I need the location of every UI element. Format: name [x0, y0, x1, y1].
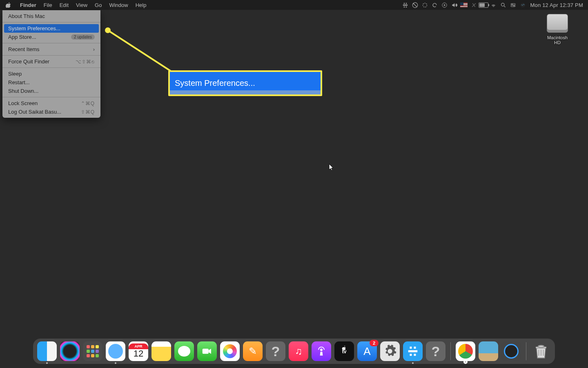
input-source-icon[interactable] — [459, 0, 469, 10]
menu-item-system-preferences[interactable]: System Preferences... — [4, 24, 99, 33]
battery-icon[interactable] — [479, 0, 488, 10]
dock-item-quicktime[interactable] — [501, 341, 521, 361]
menu-item-log-out[interactable]: Log Out Saikat Basu...⇧⌘Q — [2, 108, 100, 116]
svg-point-12 — [538, 345, 544, 348]
siri-icon[interactable] — [518, 0, 528, 10]
menu-item-label: System Preferences... — [8, 25, 60, 31]
dock-item-trash[interactable] — [531, 341, 551, 361]
desktop-icon-macintosh-hd[interactable]: Macintosh HD — [541, 14, 574, 45]
dock-item-podcasts[interactable] — [312, 341, 331, 361]
svg-point-5 — [512, 4, 512, 4]
apple-logo-icon — [342, 346, 347, 350]
menubar-item-view[interactable]: View — [72, 0, 91, 10]
menubar-item-go[interactable]: Go — [91, 0, 105, 10]
menubar-clock[interactable]: Mon 12 Apr 12:37 PM — [528, 2, 588, 8]
dock-item-snagit[interactable] — [403, 341, 423, 361]
menu-item-label: App Store... — [8, 34, 36, 40]
status-icon-2[interactable] — [420, 0, 430, 10]
dock-item-photos[interactable] — [220, 341, 240, 361]
menu-separator — [2, 97, 100, 97]
status-icon-1[interactable] — [410, 0, 420, 10]
menubar-item-file[interactable]: File — [40, 0, 56, 10]
menubar-left: Finder File Edit View Go Window Help — [0, 0, 150, 10]
menu-item-label: Force Quit Finder — [8, 58, 49, 65]
launchpad-icon — [87, 345, 99, 357]
dock-badge: 2 — [370, 340, 379, 346]
mouse-cursor-icon — [329, 164, 334, 171]
dock-item-app-store[interactable]: 2 — [357, 341, 377, 361]
dock-item-messages[interactable] — [174, 341, 194, 361]
menu-separator — [2, 67, 100, 68]
menu-shortcut: ⌃⌘Q — [81, 101, 95, 106]
control-center-icon[interactable] — [508, 0, 518, 10]
menu-item-app-store[interactable]: App Store...2 updates — [2, 33, 100, 41]
dock-item-unknown-1[interactable]: ? — [266, 341, 285, 361]
menu-item-label: Log Out Saikat Basu... — [8, 109, 61, 115]
menu-shortcut: ⇧⌘Q — [81, 109, 95, 115]
desktop-icon-label: Macintosh — [541, 35, 574, 40]
dock-separator — [450, 342, 451, 360]
dock-item-siri[interactable] — [60, 341, 80, 361]
snagit-menubar-icon[interactable] — [400, 0, 410, 10]
menu-shortcut: ⌥⇧⌘⎋ — [76, 59, 95, 65]
volume-icon[interactable] — [449, 0, 459, 10]
dock-item-finder[interactable] — [37, 341, 57, 361]
dock-item-system-preferences[interactable] — [380, 341, 400, 361]
dock: APR12 ✎ ? ♫ 2 ? — [33, 339, 555, 364]
dock-item-calendar[interactable]: APR12 — [129, 341, 148, 361]
podcasts-icon — [316, 346, 327, 357]
menu-item-recent-items[interactable]: Recent Items› — [2, 45, 100, 54]
svg-rect-3 — [511, 3, 515, 4]
svg-rect-10 — [203, 349, 209, 354]
trash-icon — [532, 342, 550, 360]
dock-item-launchpad[interactable] — [83, 341, 102, 361]
gear-icon — [383, 344, 397, 358]
dock-item-chrome[interactable] — [456, 341, 475, 361]
svg-point-6 — [514, 5, 514, 6]
menu-item-label: Sleep — [8, 71, 22, 77]
menu-item-sleep[interactable]: Sleep — [2, 70, 100, 78]
svg-point-2 — [501, 3, 504, 6]
annotation-text: System Preferences... — [175, 79, 255, 88]
dock-separator — [526, 342, 526, 360]
svg-rect-4 — [511, 5, 515, 7]
facetime-icon — [201, 345, 213, 357]
menu-item-about-this-mac[interactable]: About This Mac — [2, 12, 100, 20]
menu-separator — [2, 22, 100, 22]
svg-line-8 — [108, 30, 177, 75]
menubar-item-help[interactable]: Help — [132, 0, 150, 10]
dock-item-unknown-2[interactable]: ? — [426, 341, 445, 361]
dock-item-preview[interactable] — [479, 341, 498, 361]
menubar-item-window[interactable]: Window — [105, 0, 131, 10]
dock-item-pages[interactable]: ✎ — [243, 341, 263, 361]
dock-item-tv[interactable] — [334, 341, 354, 361]
us-flag-icon — [460, 2, 468, 7]
snagit-icon — [407, 345, 419, 357]
annotation-callout: System Preferences... — [168, 70, 322, 96]
menu-separator — [2, 55, 100, 56]
dock-item-notes[interactable] — [151, 341, 171, 361]
dock-item-safari[interactable] — [106, 341, 125, 361]
menu-item-shut-down[interactable]: Shut Down... — [2, 87, 100, 95]
menu-item-label: Shut Down... — [8, 88, 38, 94]
calendar-day: 12 — [134, 348, 143, 359]
menu-item-force-quit[interactable]: Force Quit Finder⌥⇧⌘⎋ — [2, 57, 100, 66]
menubar-item-edit[interactable]: Edit — [56, 0, 72, 10]
sync-icon[interactable] — [430, 0, 439, 10]
submenu-chevron-icon: › — [93, 46, 95, 52]
apple-menu-button[interactable] — [0, 0, 16, 10]
wifi-icon[interactable] — [488, 0, 498, 10]
now-playing-icon[interactable] — [439, 0, 449, 10]
menubar-app-name[interactable]: Finder — [16, 0, 40, 10]
dock-item-music[interactable]: ♫ — [289, 341, 308, 361]
menu-item-label: Lock Screen — [8, 100, 38, 106]
menu-item-label: Recent Items — [8, 46, 40, 52]
hard-drive-icon — [547, 14, 568, 33]
apple-logo-icon — [6, 2, 11, 8]
status-icon-3[interactable] — [469, 0, 479, 10]
menubar: Finder File Edit View Go Window Help Mon… — [0, 0, 588, 10]
spotlight-icon[interactable] — [498, 0, 508, 10]
menu-item-lock-screen[interactable]: Lock Screen⌃⌘Q — [2, 99, 100, 108]
dock-item-facetime[interactable] — [197, 341, 217, 361]
menu-item-restart[interactable]: Restart... — [2, 78, 100, 87]
